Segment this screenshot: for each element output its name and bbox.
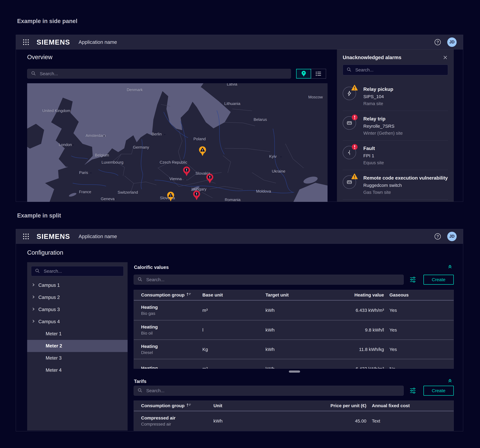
tarifs-search <box>134 386 404 396</box>
tree-item-meter-4[interactable]: Meter 4 <box>27 364 127 376</box>
map-canvas[interactable]: DenmarkUnited KingdomAmsterdamBerlinLond… <box>27 83 328 202</box>
alarm-site: Gas Town site <box>363 190 448 195</box>
sort-ascending-icon[interactable] <box>186 403 191 409</box>
collapse-section-icon[interactable] <box>447 263 453 269</box>
tree-item-campus-4[interactable]: Campus 4 <box>27 315 127 328</box>
table-row[interactable]: Heating Diesel Kg kWh 11.8 kWh/kg Yes <box>134 339 454 359</box>
map-pin-warning[interactable] <box>167 191 175 202</box>
map-pin-error[interactable] <box>193 190 201 201</box>
map-label: Germany <box>133 145 149 150</box>
cell-consumption-sub: Bio oil <box>141 331 202 336</box>
alarm-site: Rama site <box>363 101 393 106</box>
cell-base-unit: Kg <box>202 347 266 352</box>
sort-ascending-icon[interactable] <box>186 292 191 298</box>
tarifs-table: Consumption group Unit Price per unit (€… <box>134 400 454 431</box>
alarm-item[interactable]: Relay trip Reyrolle_7SRS Winter (Gethen)… <box>343 111 448 140</box>
create-button[interactable]: Create <box>424 275 454 285</box>
tree-item-label: Meter 2 <box>46 343 62 349</box>
search-input[interactable] <box>39 71 287 77</box>
map-label: Czech Republic <box>160 160 187 165</box>
cell-heating-value: 6.433 kWh/m³ <box>326 366 384 369</box>
filter-icon[interactable] <box>409 386 417 396</box>
column-header[interactable]: Price per unit (€) <box>274 403 366 408</box>
tree-item-campus-3[interactable]: Campus 3 <box>27 303 127 315</box>
alarm-item[interactable]: Door open FPI 1 <box>343 199 448 202</box>
warning-badge-icon <box>351 85 358 91</box>
create-button[interactable]: Create <box>424 386 454 396</box>
map-pin-error[interactable] <box>183 166 191 176</box>
tree-item-meter-2-selected[interactable]: Meter 2 <box>27 340 127 352</box>
app-header: SIEMENS Application name ? JD <box>16 229 463 244</box>
column-header[interactable]: Target unit <box>266 292 326 298</box>
help-icon[interactable]: ? <box>434 233 441 240</box>
column-header[interactable]: Gaseous <box>384 292 454 298</box>
collapse-section-icon[interactable] <box>447 378 453 383</box>
city-dot <box>104 135 105 136</box>
search-input[interactable] <box>355 67 444 73</box>
city-dot <box>90 172 91 174</box>
avatar[interactable]: JD <box>447 37 457 47</box>
app-switcher-icon[interactable] <box>22 39 30 46</box>
table-row[interactable]: Heating Bio oil l kWh 9.8 kWh/l Yes <box>134 320 454 339</box>
table-row[interactable]: Compressed air Compressed air kWh 45.00 … <box>134 411 454 431</box>
map-label: Latvia <box>227 83 237 87</box>
city-dot <box>164 134 165 135</box>
tree-item-label: Campus 4 <box>38 319 60 324</box>
alarm-item[interactable]: Fault FPI 1 Equus site <box>343 140 448 170</box>
filter-icon[interactable] <box>409 275 417 285</box>
window-split-example: SIEMENS Application name ? JD Configurat… <box>16 229 463 431</box>
map-label: United Kingdom <box>42 108 71 113</box>
page: Example in side panel SIEMENS Applicatio… <box>0 0 480 448</box>
app-switcher-icon[interactable] <box>22 233 30 240</box>
alarm-item[interactable]: Remote code execution vulnerability Rugg… <box>343 170 448 199</box>
cell-heating-value: 6.433 kWh/m³ <box>326 308 384 313</box>
cell-base-unit: l <box>202 328 266 333</box>
cell-consumption-sub: Bio gas <box>141 311 202 316</box>
column-header[interactable]: Annual fixed cost <box>366 403 454 408</box>
map-label: Romania <box>225 197 240 202</box>
table-row[interactable]: Heating Bio gas m³ kWh 6.433 kWh/m³ Yes <box>134 301 454 320</box>
horizontal-scrollbar[interactable] <box>289 371 300 373</box>
tree-item-campus-2[interactable]: Campus 2 <box>27 291 127 303</box>
list-view-button[interactable] <box>311 69 326 78</box>
column-header[interactable]: Consumption group <box>141 403 185 408</box>
overview-content: Overview <box>16 49 463 202</box>
cell-consumption-group: Heating <box>141 324 202 329</box>
search-icon <box>137 388 143 393</box>
alarms-search <box>343 65 448 75</box>
column-header[interactable]: Base unit <box>202 292 266 298</box>
alarm-item[interactable]: Relay pickup SIPS_104 Rama site <box>343 81 448 111</box>
search-input[interactable] <box>146 277 400 282</box>
cell-heating-value: 9.8 kWh/l <box>326 328 384 333</box>
tree-item-meter-3[interactable]: Meter 3 <box>27 352 127 364</box>
close-icon[interactable] <box>443 55 448 60</box>
search-icon <box>31 71 36 77</box>
column-header[interactable]: Consumption group <box>141 292 185 298</box>
map-label: Amsterdam <box>85 133 106 138</box>
tree-item-label: Meter 3 <box>46 355 62 361</box>
tree-item-meter-1[interactable]: Meter 1 <box>27 328 127 340</box>
map-pin-error[interactable] <box>206 173 214 184</box>
column-header[interactable]: Heating value <box>326 292 384 298</box>
cell-target-unit: kWh <box>266 328 326 333</box>
cell-unit: kWh <box>213 418 274 424</box>
avatar[interactable]: JD <box>447 232 457 241</box>
map-pin-warning[interactable] <box>198 146 206 156</box>
table-row[interactable]: Heating m³ kWh 6.433 kWh/m³ No <box>134 359 454 369</box>
map-label: Poland <box>193 136 206 141</box>
map-label: Luxembourg <box>101 160 123 165</box>
chevron-right-icon <box>31 319 35 324</box>
tree-item-campus-1[interactable]: Campus 1 <box>27 279 127 291</box>
column-header[interactable]: Unit <box>213 403 274 408</box>
help-icon[interactable]: ? <box>434 39 441 46</box>
search-input[interactable] <box>43 268 120 274</box>
warning-badge-icon <box>351 173 358 180</box>
table-header-row: Consumption group Base unit Target unit … <box>134 290 454 301</box>
alarms-panel-title: Unacknowledged alarms <box>343 55 402 60</box>
map-view-button[interactable] <box>296 69 311 78</box>
city-dot <box>185 179 186 180</box>
search-input[interactable] <box>146 388 400 393</box>
svg-text:?: ? <box>437 40 439 44</box>
map-label: Denmark <box>127 88 143 92</box>
configuration-main: Calorific values Create <box>134 244 454 431</box>
